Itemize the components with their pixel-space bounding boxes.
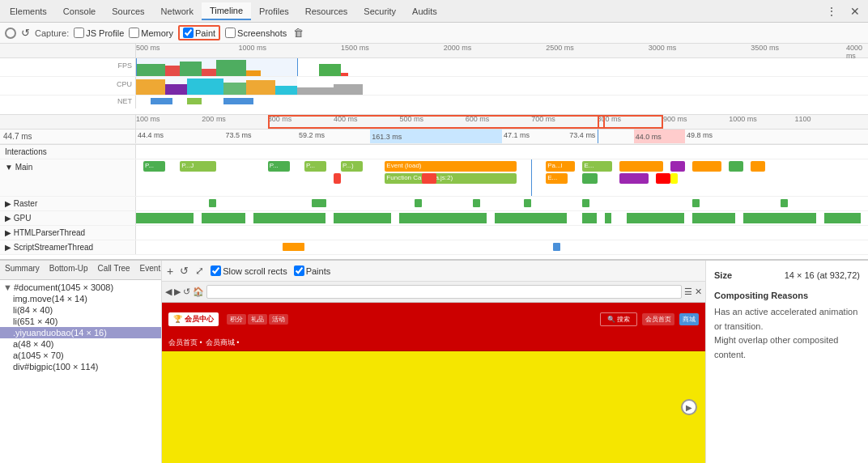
tab-summary[interactable]: Summary [0,261,45,279]
page-header: 🏆 会员中心 积分 礼品 活动 🔍 搜索 会员首页 商城 [162,303,705,335]
tab-console[interactable]: Console [55,3,104,19]
flame-function-call[interactable]: Function Call (sea.js:2) [385,173,517,184]
more-menu-icon[interactable]: ⋮ [819,2,844,21]
tab-sources[interactable]: Sources [104,3,152,19]
js-profile-checkbox[interactable]: JS Profile [74,28,124,38]
timeline-detail: 100 ms 200 ms 300 ms 400 ms 500 ms 600 m… [0,115,868,145]
flame-bar[interactable]: P... [268,161,290,172]
raster-label: ▶ Raster [0,197,136,210]
ruler-mark: 2000 ms [444,44,472,52]
forward-button[interactable]: ▶ [174,287,181,297]
top-ruler: 500 ms 1000 ms 1500 ms 2000 ms 2500 ms 3… [0,44,868,58]
tree-item[interactable]: li(84 × 40) [0,304,161,316]
nav-badge: 活动 [269,314,288,325]
flame-bar[interactable] [670,161,685,172]
tab-event-log[interactable]: Event Log [135,261,161,279]
compositing-section: Compositing Reasons Has an active accele… [714,289,860,363]
tab-call-tree[interactable]: Call Tree [93,261,135,279]
flame-bar[interactable]: P... [143,161,165,172]
tab-audits[interactable]: Audits [404,3,445,19]
flame-bar[interactable] [751,161,765,172]
close-devtools-icon[interactable]: ✕ [844,2,866,21]
script-streamer-label: ▶ ScriptStreamerThread [0,240,136,254]
interactions-track: Interactions [0,145,868,159]
ruler-mark: 2500 ms [546,44,574,52]
flame-bar[interactable]: P... [304,161,326,172]
tab-elements[interactable]: Elements [2,3,55,19]
ruler-mark: 1000 ms [239,44,267,52]
menu-button[interactable]: ☰ [684,287,692,297]
tab-bottom-up[interactable]: Bottom-Up [45,261,93,279]
main-track: ▼ Main P... P...J P... P... P...) Event … [0,159,868,197]
back-button[interactable]: ◀ [165,287,172,297]
record-bar: ↺ Capture: JS Profile Memory Paint Scree… [0,23,868,44]
reload-button[interactable]: ↺ [21,27,30,39]
flame-bar[interactable]: P...) [341,161,363,172]
tree-item-selected[interactable]: .yiyuanduobao(14 × 16) [0,327,161,338]
tree-item[interactable]: li(651 × 40) [0,316,161,327]
tab-security[interactable]: Security [355,3,404,19]
tree-item[interactable]: a(48 × 40) [0,338,161,350]
html-parser-label: ▶ HTMLParserThread [0,226,136,240]
ruler-mark: 3000 ms [649,44,677,52]
memory-checkbox[interactable]: Memory [129,28,173,38]
gpu-track: ▶ GPU [0,211,868,226]
capture-label: Capture: [35,28,69,38]
bottom-tabs: Summary Bottom-Up Call Tree Event Log La… [0,261,161,280]
net-row: NET [0,96,868,108]
tracks-area: Interactions ▼ Main P... P...J P... P...… [0,145,868,259]
gpu-label: ▶ GPU [0,211,136,225]
tree-item[interactable]: ▼ #document(1045 × 3008) [0,282,161,293]
add-layer-button[interactable]: + [167,265,173,278]
tree-item[interactable]: div#bigpic(100 × 114) [0,361,161,372]
net-label: NET [117,97,132,105]
raster-track: ▶ Raster [0,197,868,211]
move-button[interactable]: ⤢ [195,265,204,277]
selection-end [297,58,298,76]
timing-row: 44.7 ms 44.4 ms 73.5 ms 59.2 ms 161.3 ms… [0,130,868,144]
paint-checkbox[interactable]: Paint [178,25,220,40]
size-value: 14 × 16 (at 932,72) [785,269,860,282]
ruler-mark: 3500 ms [751,44,779,52]
tab-network[interactable]: Network [153,3,202,19]
flame-bar[interactable]: P...J [180,161,216,172]
main-label: ▼ Main [0,159,136,196]
flame-bar[interactable] [729,161,743,172]
clear-button[interactable]: 🗑 [293,27,304,39]
tab-timeline[interactable]: Timeline [202,2,251,20]
flame-bar[interactable] [619,161,663,172]
script-streamer-track: ▶ ScriptStreamerThread [0,240,868,255]
screenshots-checkbox[interactable]: Screenshots [225,28,287,38]
page-preview: 🏆 会员中心 积分 礼品 活动 🔍 搜索 会员首页 商城 会员首页 • 会员商城… [162,303,705,463]
flame-event-load[interactable]: Event (load) [385,161,517,172]
flame-bar[interactable]: Pa...l [546,161,575,172]
browser-reload[interactable]: ↺ [183,287,190,297]
preview-toolbar: + ↺ ⤢ Slow scroll rects Paints [162,261,705,282]
tree-item[interactable]: img.move(14 × 14) [0,293,161,304]
devtools-tabs: Elements Console Sources Network Timelin… [0,0,868,23]
url-bar[interactable] [206,285,682,299]
paints-checkbox[interactable]: Paints [294,265,331,276]
flame-bar[interactable]: E... [582,161,611,172]
page-sub-bar: 会员首页 • 会员商城 • [162,335,705,351]
flame-bar[interactable]: E... [546,173,568,184]
nav-badge: 积分 [227,314,246,325]
bottom-panel: Summary Bottom-Up Call Tree Event Log La… [0,259,868,463]
flame-bar[interactable] [692,161,721,172]
refresh-button[interactable]: ↺ [180,265,189,277]
detail-ruler: 100 ms 200 ms 300 ms 400 ms 500 ms 600 m… [0,115,868,130]
cpu-label: CPU [117,80,132,88]
slow-scroll-checkbox[interactable]: Slow scroll rects [211,265,287,276]
tab-resources[interactable]: Resources [297,3,356,19]
close-tab-button[interactable]: ✕ [695,287,702,297]
compositing-text: Has an active accelerated animation or t… [714,305,860,362]
size-label: Size 14 × 16 (at 932,72) [714,269,860,282]
record-button[interactable] [5,28,16,39]
compositing-label: Compositing Reasons [714,289,860,303]
tab-profiles[interactable]: Profiles [251,3,297,19]
home-button[interactable]: 🏠 [193,287,204,297]
nav-button2: 商城 [679,313,699,325]
bottom-middle: + ↺ ⤢ Slow scroll rects Paints ◀ ▶ ↺ 🏠 ☰… [162,261,706,463]
tree-item[interactable]: a(1045 × 70) [0,350,161,361]
nav-badge: 礼品 [248,314,267,325]
